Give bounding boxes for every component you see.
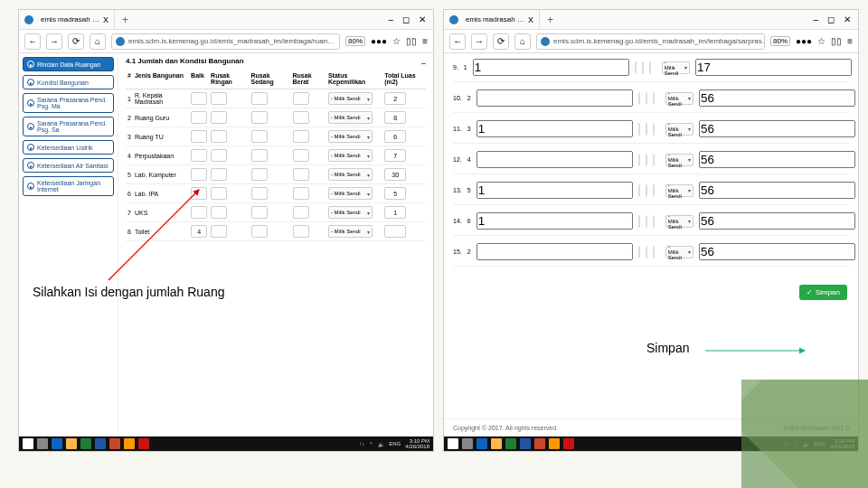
- rb-input[interactable]: [293, 206, 309, 219]
- rb-input[interactable]: [293, 130, 309, 143]
- bookmark-icon[interactable]: ☆: [817, 36, 826, 46]
- status-select[interactable]: - Milik Sendi: [665, 184, 693, 197]
- status-select[interactable]: - Milik Sendi: [328, 111, 373, 124]
- rs-input[interactable]: [251, 149, 268, 162]
- browser-tab[interactable]: emis madrasah … X: [444, 10, 540, 29]
- rs-input[interactable]: [642, 61, 644, 74]
- menu-icon[interactable]: ≡: [422, 36, 428, 46]
- menu-icon[interactable]: ≡: [847, 36, 853, 46]
- rb-input[interactable]: [293, 168, 309, 181]
- baik-input[interactable]: [476, 151, 633, 168]
- rs-input[interactable]: [251, 187, 268, 200]
- new-tab-button[interactable]: +: [540, 14, 561, 26]
- address-bar[interactable]: emis.sdm.is.kemenag.go.id/emis_madrasah_…: [536, 33, 765, 50]
- rb-input[interactable]: [653, 184, 655, 197]
- sidebar-item-sarpras-ma[interactable]: ▸Sarana Prasarana Pend. Psg. Ma: [23, 93, 114, 113]
- baik-input[interactable]: [473, 59, 629, 76]
- reload-button[interactable]: ⟳: [68, 33, 84, 50]
- explorer-icon[interactable]: [491, 438, 502, 449]
- baik-input[interactable]: [191, 168, 207, 181]
- tracking-icon[interactable]: ●●●: [371, 36, 387, 46]
- start-button[interactable]: [23, 438, 33, 449]
- excel-icon[interactable]: [80, 438, 91, 449]
- back-button[interactable]: ←: [449, 33, 466, 50]
- close-window-button[interactable]: ✕: [419, 14, 426, 24]
- luas-input[interactable]: [384, 225, 406, 238]
- rr-input[interactable]: [638, 184, 640, 197]
- status-select[interactable]: - Milik Sendi: [328, 130, 373, 143]
- rs-input[interactable]: [251, 111, 268, 124]
- rr-input[interactable]: [638, 154, 640, 166]
- word-icon[interactable]: [520, 438, 531, 449]
- rb-input[interactable]: [649, 61, 651, 74]
- status-select[interactable]: - Milik Sendi: [328, 187, 373, 200]
- address-bar[interactable]: emis.sdm.is.kemenag.go.id/emis_madrasah_…: [111, 33, 340, 50]
- ppt-icon[interactable]: [109, 438, 120, 449]
- rs-input[interactable]: [646, 92, 647, 105]
- baik-input[interactable]: [476, 89, 633, 107]
- rr-input[interactable]: [211, 168, 227, 181]
- baik-input[interactable]: [476, 120, 633, 137]
- rs-input[interactable]: [646, 246, 647, 258]
- status-select[interactable]: - Milik Sendi: [665, 123, 693, 136]
- rs-input[interactable]: [646, 154, 647, 166]
- tray-sound[interactable]: 🔈: [378, 441, 384, 447]
- status-select[interactable]: - Milik Sendi: [665, 246, 693, 258]
- luas-input[interactable]: [384, 206, 406, 219]
- luas-input[interactable]: [695, 59, 852, 76]
- rs-input[interactable]: [251, 92, 268, 105]
- library-icon[interactable]: ▯▯: [831, 36, 842, 46]
- firefox-icon[interactable]: [124, 438, 135, 449]
- home-button[interactable]: ⌂: [90, 33, 106, 50]
- tracking-icon[interactable]: ●●●: [796, 36, 812, 46]
- browser-tab[interactable]: emis madrasah … X: [19, 10, 115, 29]
- edge-icon[interactable]: [52, 438, 62, 449]
- rb-input[interactable]: [653, 123, 655, 136]
- excel-icon[interactable]: [505, 438, 516, 449]
- forward-button[interactable]: →: [471, 33, 487, 50]
- rs-input[interactable]: [251, 130, 268, 143]
- opera-icon[interactable]: [138, 438, 149, 449]
- baik-input[interactable]: [476, 182, 633, 199]
- close-tab-icon[interactable]: X: [528, 15, 533, 24]
- tray-wifi[interactable]: ⌃: [369, 441, 373, 447]
- tray-net[interactable]: ↑↓: [359, 441, 364, 446]
- rr-input[interactable]: [211, 130, 227, 143]
- rb-input[interactable]: [653, 154, 655, 166]
- sidebar-item-listrik[interactable]: ▸Ketersediaan Listrik: [23, 140, 114, 155]
- rr-input[interactable]: [635, 61, 637, 74]
- baik-input[interactable]: [476, 212, 633, 230]
- rr-input[interactable]: [211, 92, 227, 105]
- rs-input[interactable]: [646, 123, 647, 136]
- rb-input[interactable]: [293, 187, 309, 200]
- luas-input[interactable]: [384, 149, 406, 162]
- luas-input[interactable]: [384, 111, 406, 124]
- zoom-indicator[interactable]: 80%: [345, 36, 365, 46]
- ppt-icon[interactable]: [534, 438, 545, 449]
- status-select[interactable]: - Milik Sendi: [665, 154, 693, 166]
- luas-input[interactable]: [699, 243, 855, 260]
- luas-input[interactable]: [699, 89, 855, 107]
- clock[interactable]: 3:10 PM 4/26/2018: [405, 438, 429, 449]
- status-select[interactable]: - Milik Sendi: [328, 206, 373, 219]
- close-window-button[interactable]: ✕: [844, 14, 851, 24]
- luas-input[interactable]: [384, 130, 406, 143]
- luas-input[interactable]: [699, 182, 855, 199]
- cortana-icon[interactable]: [37, 438, 48, 449]
- back-button[interactable]: ←: [24, 33, 41, 50]
- rs-input[interactable]: [251, 206, 268, 219]
- sidebar-item-sanitasi[interactable]: ▸Ketersediaan Air Sanitasi: [23, 158, 114, 173]
- rr-input[interactable]: [211, 225, 227, 238]
- rb-input[interactable]: [293, 149, 309, 162]
- sidebar-item-kondisi[interactable]: ▸Kondisi Bangunan: [23, 75, 114, 89]
- maximize-button[interactable]: ◻: [827, 14, 835, 24]
- tray-lang[interactable]: ENG: [389, 441, 401, 446]
- rs-input[interactable]: [251, 168, 268, 181]
- baik-input[interactable]: [476, 243, 633, 260]
- rb-input[interactable]: [293, 111, 309, 124]
- sidebar-item-rincian[interactable]: ▸Rincian Data Ruangan: [23, 57, 114, 71]
- rb-input[interactable]: [653, 246, 655, 258]
- rs-input[interactable]: [251, 225, 268, 238]
- rr-input[interactable]: [211, 187, 227, 200]
- firefox-icon[interactable]: [549, 438, 560, 449]
